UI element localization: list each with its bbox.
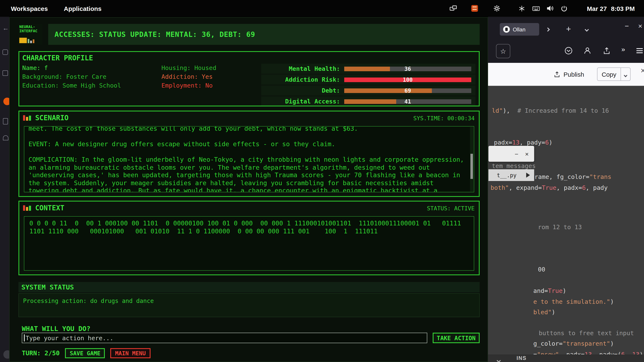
code-line: and=True) bbox=[533, 287, 566, 295]
stat-value: 69 bbox=[344, 87, 471, 94]
power-icon[interactable] bbox=[560, 5, 568, 12]
ollama-favicon bbox=[503, 26, 510, 33]
stat-row: Digital Access:41 bbox=[261, 96, 476, 106]
identity-line: Background: Foster Care bbox=[22, 72, 162, 81]
notification-chip-icon[interactable] bbox=[471, 5, 478, 12]
stat-label: Addiction Risk: bbox=[261, 76, 344, 83]
toolbar-icon-fragment[interactable] bbox=[2, 49, 8, 55]
code-editor-area[interactable]: ld"), # Increased from 14 to 16padx=13, … bbox=[488, 86, 644, 355]
desktop: Workspaces Applications bbox=[0, 0, 644, 362]
system-status-message: Processing action: do drugs and dance bbox=[23, 298, 154, 304]
run-play-icon[interactable] bbox=[526, 173, 530, 178]
account-icon[interactable] bbox=[583, 46, 592, 56]
stat-value: 41 bbox=[344, 98, 471, 104]
share-icon[interactable] bbox=[602, 46, 611, 56]
tab-scroll-right-icon[interactable] bbox=[546, 25, 549, 33]
editor-status-bar bbox=[488, 355, 644, 362]
profile-stats: Mental Health:36Addiction Risk:100Debt:6… bbox=[261, 64, 479, 106]
floating-button-fragment[interactable] bbox=[3, 350, 9, 359]
scrollbar[interactable] bbox=[470, 127, 473, 191]
toolbar-overflow-icon[interactable]: » bbox=[621, 46, 625, 53]
profile-identity: Name: fBackground: Foster CareEducation:… bbox=[22, 64, 162, 106]
new-tab-button[interactable]: + bbox=[564, 23, 574, 35]
take-action-button[interactable]: TAKE ACTION bbox=[433, 333, 480, 343]
stat-label: Mental Health: bbox=[261, 65, 344, 72]
publish-button[interactable]: Publish bbox=[554, 67, 584, 81]
stat-bar: 100 bbox=[344, 77, 471, 82]
sidebar-icon-fragment[interactable] bbox=[2, 70, 8, 76]
code-line: tem messages bbox=[492, 163, 536, 170]
character-profile-panel: CHARACTER PROFILE Name: fBackground: Fos… bbox=[18, 51, 480, 106]
settings-gear-icon[interactable] bbox=[493, 4, 500, 12]
code-line: g_color="transparent") bbox=[533, 340, 614, 347]
window-close-button[interactable]: × bbox=[638, 22, 642, 30]
main-menu-button[interactable]: MAIN MENU bbox=[110, 348, 150, 358]
save-game-button[interactable]: SAVE GAME bbox=[65, 348, 105, 358]
turn-indicator: TURN: 2/50 bbox=[22, 350, 60, 357]
bell-icon-fragment[interactable] bbox=[3, 135, 8, 140]
scenario-line: the system. Suddenly, your meager subsid… bbox=[28, 179, 470, 187]
copy-dropdown-chevron-icon[interactable] bbox=[621, 71, 630, 78]
action-input[interactable] bbox=[22, 333, 427, 343]
game-footer: TURN: 2/50 SAVE GAME MAIN MENU bbox=[22, 348, 150, 358]
floating-mini-window[interactable]: − × bbox=[488, 146, 534, 162]
app-logo: NEURAL- INTERFAC bbox=[18, 24, 42, 45]
stat-label: Debt: bbox=[261, 87, 344, 94]
text-caret bbox=[24, 334, 24, 342]
freeze-icon[interactable] bbox=[518, 5, 525, 12]
status-line: Employment: No bbox=[162, 81, 261, 90]
character-profile-title: CHARACTER PROFILE bbox=[19, 52, 479, 64]
status-bar-chevron-icon[interactable] bbox=[497, 356, 500, 362]
code-line: bled") bbox=[533, 309, 555, 316]
scenario-line: meet. The cost of those substances will … bbox=[28, 126, 470, 133]
workspaces-menu[interactable]: Workspaces bbox=[11, 5, 48, 12]
scenario-textarea[interactable]: meet. The cost of those substances will … bbox=[24, 126, 474, 192]
scrollbar-thumb[interactable] bbox=[470, 154, 473, 179]
file-name: t__.py bbox=[488, 172, 516, 178]
clock[interactable]: Mar 27 8:03 PM bbox=[587, 5, 635, 12]
logo-text-2: INTERFAC bbox=[18, 29, 42, 33]
tab-title: Ollan bbox=[513, 26, 526, 32]
context-title: CONTEXT bbox=[35, 204, 64, 212]
stat-value: 36 bbox=[344, 65, 471, 72]
neural-interface-window: NEURAL- INTERFAC ACCESSES: STATUS UPDATE… bbox=[9, 17, 488, 362]
code-line: buttons to free text input bbox=[539, 330, 634, 337]
avatar-fragment[interactable] bbox=[3, 98, 9, 105]
mini-minimize-button[interactable]: − bbox=[515, 150, 518, 157]
insert-mode-indicator: INS bbox=[516, 355, 526, 361]
context-status: STATUS: ACTIVE bbox=[427, 205, 474, 211]
editor-file-tab[interactable]: t__.py bbox=[488, 169, 534, 181]
keyboard-icon[interactable] bbox=[532, 4, 540, 12]
clipboard-icon-fragment[interactable] bbox=[3, 118, 8, 124]
context-line: 0 0 0 0 11 0 00 1 000100 00 1101 0 00000… bbox=[29, 220, 469, 228]
copy-label[interactable]: Copy bbox=[598, 71, 620, 78]
mini-close-button[interactable]: × bbox=[525, 150, 529, 157]
copy-split-button[interactable]: Copy bbox=[597, 67, 630, 81]
page-close-button[interactable]: × bbox=[641, 66, 644, 75]
stat-bar: 69 bbox=[344, 88, 471, 93]
scenario-line: towering debt and addiction. But as fate… bbox=[28, 187, 470, 192]
pocket-icon[interactable] bbox=[564, 46, 573, 56]
identity-line: Education: Some High School bbox=[22, 81, 162, 90]
browser-tab-ollama[interactable]: Ollan bbox=[500, 23, 539, 36]
code-line: e to the simulation.") bbox=[533, 298, 614, 306]
context-textarea[interactable]: 0 0 0 0 11 0 00 1 000100 00 1101 0 00000… bbox=[24, 216, 474, 271]
system-status-title: SYSTEM STATUS bbox=[22, 283, 74, 291]
screen-share-icon[interactable] bbox=[450, 4, 457, 12]
hamburger-menu-icon[interactable] bbox=[636, 48, 643, 53]
tab-list-chevron-icon[interactable] bbox=[585, 25, 588, 33]
back-arrow-icon[interactable]: ← bbox=[2, 24, 9, 31]
bars-icon bbox=[23, 205, 31, 211]
window-minimize-button[interactable]: − bbox=[625, 22, 629, 30]
system-status-titlebar: SYSTEM STATUS bbox=[18, 282, 480, 293]
scenario-line bbox=[28, 148, 470, 156]
system-status-panel: Processing action: do drugs and dance bbox=[18, 293, 480, 317]
applications-menu[interactable]: Applications bbox=[64, 5, 102, 12]
volume-icon[interactable] bbox=[546, 4, 554, 12]
identity-line: Name: f bbox=[22, 64, 162, 72]
status-banner: ACCESSES: STATUS UPDATE: MENTAL: 36, DEB… bbox=[48, 24, 480, 45]
bookmark-star-icon[interactable]: ☆ bbox=[496, 44, 510, 58]
bars-icon bbox=[23, 115, 31, 121]
clock-time: 8:03 PM bbox=[611, 5, 635, 12]
scenario-line: EVENT: A new designer drug offers escape… bbox=[28, 140, 470, 148]
